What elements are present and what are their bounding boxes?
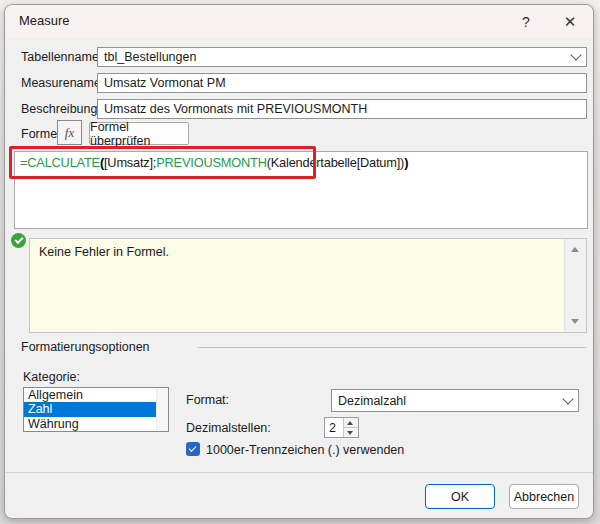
ok-button[interactable]: OK [425, 484, 495, 509]
measure-dialog: Measure ? ✕ Tabellenname: tbl_Bestellung… [4, 4, 594, 519]
list-item-zahl-selected[interactable]: Zahl [24, 402, 168, 416]
table-name-value: tbl_Bestellungen [104, 50, 196, 64]
chevron-down-icon [562, 393, 573, 404]
formatting-section-label: Formatierungsoptionen [21, 340, 150, 354]
description-value: Umsatz des Vormonats mit PREVIOUSMONTH [104, 102, 367, 116]
thousands-separator-label: 1000er-Trennzeichen (.) verwenden [206, 443, 404, 457]
measure-name-value: Umsatz Vormonat PM [104, 76, 226, 90]
formula-token-umsatz: [Umsatz]; [104, 155, 156, 170]
category-label: Kategorie: [23, 370, 80, 384]
scroll-up-icon[interactable] [571, 247, 579, 252]
decimals-value[interactable]: 2 [325, 418, 343, 437]
formula-token-calculate: CALCULATE [27, 155, 100, 170]
table-name-label: Tabellenname: [21, 50, 102, 64]
formula-token-kalendertabelle: (Kalendertabelle[Datum]) [267, 155, 404, 170]
cancel-button[interactable]: Abbrechen [509, 484, 579, 509]
validation-message: Keine Fehler in Formel. [39, 245, 169, 259]
measure-name-label: Measurename: [21, 76, 104, 90]
check-formula-button[interactable]: Formel überprüfen [89, 122, 189, 145]
footer-divider [6, 472, 594, 473]
success-check-icon [11, 233, 26, 248]
format-select[interactable]: Dezimalzahl [331, 389, 579, 412]
table-name-select[interactable]: tbl_Bestellungen [97, 47, 587, 67]
formula-editor[interactable]: =CALCULATE([Umsatz];PREVIOUSMONTH(Kalend… [14, 151, 588, 229]
description-label: Beschreibung: [21, 102, 101, 116]
thousands-separator-checkbox[interactable] [186, 442, 200, 456]
listbox-scrollbar[interactable] [156, 388, 168, 431]
validation-message-box: Keine Fehler in Formel. [29, 238, 587, 333]
fx-icon[interactable]: fx [57, 120, 82, 145]
formula-token-close-paren: ) [404, 155, 408, 170]
screen-background: Measure ? ✕ Tabellenname: tbl_Bestellung… [0, 0, 600, 524]
list-item-waehrung[interactable]: Währung [24, 417, 168, 431]
stepper-down-icon[interactable] [344, 427, 358, 437]
measure-name-input[interactable]: Umsatz Vormonat PM [97, 73, 587, 93]
description-input[interactable]: Umsatz des Vormonats mit PREVIOUSMONTH [97, 99, 587, 119]
format-value: Dezimalzahl [338, 394, 406, 408]
help-icon[interactable]: ? [513, 11, 539, 33]
category-listbox[interactable]: Allgemein Zahl Währung [23, 387, 169, 432]
decimals-label: Dezimalstellen: [186, 421, 271, 435]
close-icon[interactable]: ✕ [557, 11, 583, 33]
decimals-stepper[interactable]: 2 [324, 417, 359, 438]
dialog-title: Measure [19, 13, 70, 28]
message-scrollbar[interactable] [564, 239, 586, 332]
chevron-down-icon [570, 49, 581, 60]
formula-token-previousmonth: PREVIOUSMONTH [156, 155, 266, 170]
list-item-allgemein[interactable]: Allgemein [24, 388, 168, 402]
scroll-down-icon[interactable] [571, 319, 579, 324]
dialog-titlebar[interactable]: Measure ? ✕ [5, 5, 593, 38]
section-divider [198, 347, 586, 348]
stepper-up-icon[interactable] [344, 418, 358, 427]
format-label: Format: [186, 393, 229, 407]
stepper-buttons [343, 418, 358, 437]
